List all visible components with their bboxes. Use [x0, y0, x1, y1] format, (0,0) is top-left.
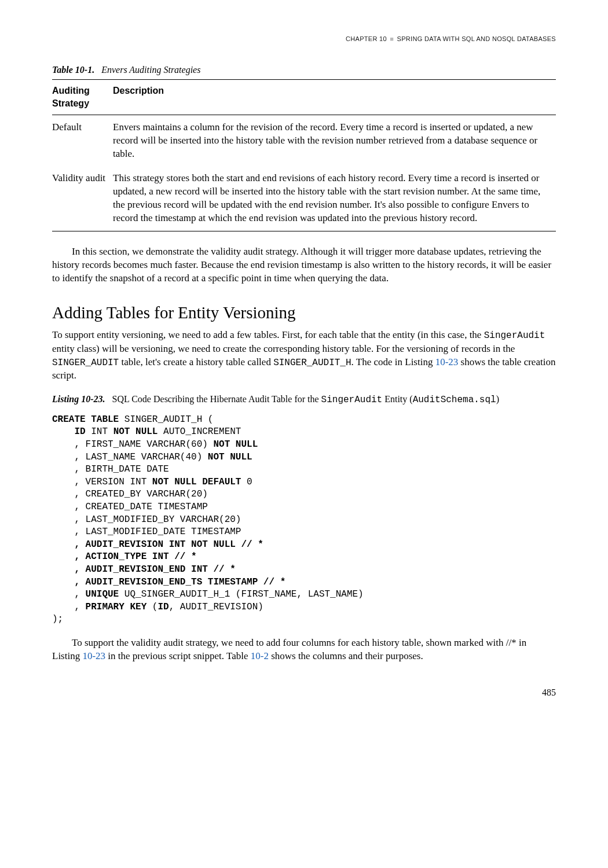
- inline-code: AuditSchema.sql: [413, 395, 496, 405]
- inline-code: SINGER_AUDIT: [52, 358, 119, 368]
- table-row: Validity audit This strategy stores both…: [52, 166, 556, 231]
- section-heading: Adding Tables for Entity Versioning: [52, 301, 556, 324]
- inline-code: SINGER_AUDIT_H: [273, 358, 351, 368]
- table-number: Table 10-1.: [52, 65, 94, 75]
- page-number: 485: [52, 686, 556, 699]
- table-ref-link[interactable]: 10-2: [251, 650, 269, 661]
- col-header-strategy: Auditing Strategy: [52, 80, 113, 115]
- table-caption: Table 10-1. Envers Auditing Strategies: [52, 64, 556, 76]
- inline-code: SingerAudit: [484, 330, 545, 341]
- chapter-label: CHAPTER 10: [346, 35, 387, 42]
- inline-code: SingerAudit: [321, 395, 383, 405]
- table-row: Default Envers maintains a column for th…: [52, 115, 556, 166]
- body-paragraph: To support the validity audit strategy, …: [52, 637, 556, 663]
- listing-ref-link[interactable]: 10-23: [435, 356, 459, 367]
- cell-description: This strategy stores both the start and …: [113, 166, 556, 231]
- body-paragraph: To support entity versioning, we need to…: [52, 329, 556, 382]
- code-block: CREATE TABLE SINGER_AUDIT_H ( ID INT NOT…: [52, 414, 556, 626]
- listing-number: Listing 10-23.: [52, 394, 105, 404]
- col-header-description: Description: [113, 80, 556, 115]
- cell-description: Envers maintains a column for the revisi…: [113, 115, 556, 166]
- listing-caption: Listing 10-23. SQL Code Describing the H…: [52, 393, 556, 407]
- table-caption-title: Envers Auditing Strategies: [101, 65, 200, 75]
- listing-ref-link[interactable]: 10-23: [82, 650, 105, 661]
- separator-icon: ■: [390, 35, 394, 42]
- auditing-strategies-table: Auditing Strategy Description Default En…: [52, 79, 556, 231]
- cell-strategy: Validity audit: [52, 166, 113, 231]
- running-head: CHAPTER 10 ■ SPRING DATA WITH SQL AND NO…: [52, 35, 556, 43]
- chapter-title: SPRING DATA WITH SQL AND NOSQL DATABASES: [397, 35, 556, 42]
- body-paragraph: In this section, we demonstrate the vali…: [52, 245, 556, 285]
- cell-strategy: Default: [52, 115, 113, 166]
